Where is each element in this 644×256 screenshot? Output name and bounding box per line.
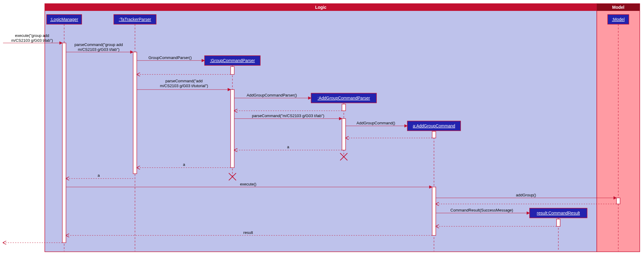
msg-add-parser-ctor: AddGroupCommandParser(): [247, 93, 297, 97]
svg-text::GroupCommandParser: :GroupCommandParser: [210, 58, 255, 63]
msg-parsecmd2-line1: parseCommand("add: [165, 79, 202, 83]
svg-text::Model: :Model: [612, 17, 625, 22]
activation-group-parser-ctor: [231, 67, 234, 74]
activation-model-addgroup: [616, 198, 620, 204]
activation-add-group-cmd-ctor: [432, 131, 436, 138]
activation-group-parser: [231, 90, 234, 168]
sequence-diagram: Logic Model :LogicManager :TaTrackerPars…: [0, 0, 644, 256]
svg-text:a:AddGroupCommand: a:AddGroupCommand: [413, 123, 455, 128]
svg-text::LogicManager: :LogicManager: [50, 17, 78, 22]
msg-group-parser-ctor: GroupCommandParser(): [148, 55, 192, 60]
activation-add-group-parser-ctor: [342, 104, 346, 111]
svg-text::TaTrackerParser: :TaTrackerParser: [119, 17, 151, 22]
svg-text::AddGroupCommandParser: :AddGroupCommandParser: [317, 96, 370, 100]
svg-text:result:CommandResult: result:CommandResult: [537, 211, 580, 215]
msg-return-a-2: a: [183, 162, 185, 167]
msg-add-cmd-ctor: AddGroupCommand(): [356, 121, 395, 125]
msg-return-a-1: a: [287, 145, 289, 149]
msg-return-a-3: a: [97, 173, 100, 178]
msg-parsecmd1-line2: m/CS2103 g/G03 t/lab"): [78, 47, 120, 52]
activation-tatracker-parser: [133, 52, 137, 174]
model-frame-label: Model: [612, 5, 624, 10]
activation-logic-manager: [62, 43, 66, 243]
activation-add-group-cmd-exec: [432, 187, 436, 235]
msg-execute-line2: m/CS2103 g/G03 t/lab"): [11, 38, 53, 43]
msg-parsecmd1-line1: parseCommand("group add: [74, 42, 123, 47]
msg-parsecmd3: parseCommand("m/CS2103 g/G03 t/lab"): [252, 113, 324, 118]
logic-frame-label: Logic: [315, 5, 327, 10]
activation-command-result: [557, 219, 560, 226]
activation-add-group-parser: [342, 119, 346, 150]
msg-return-result: result: [243, 230, 253, 235]
msg-execute-line1: execute("group add: [15, 33, 49, 38]
msg-cmdresult-ctor: CommandResult(SuccessMessage): [450, 208, 513, 212]
msg-add-group: addGroup(): [516, 193, 536, 197]
msg-parsecmd2-line2: m/CS2103 g/G03 t/tutorial"): [160, 84, 208, 88]
msg-execute-cmd: execute(): [240, 182, 256, 186]
logic-frame: [45, 4, 597, 252]
